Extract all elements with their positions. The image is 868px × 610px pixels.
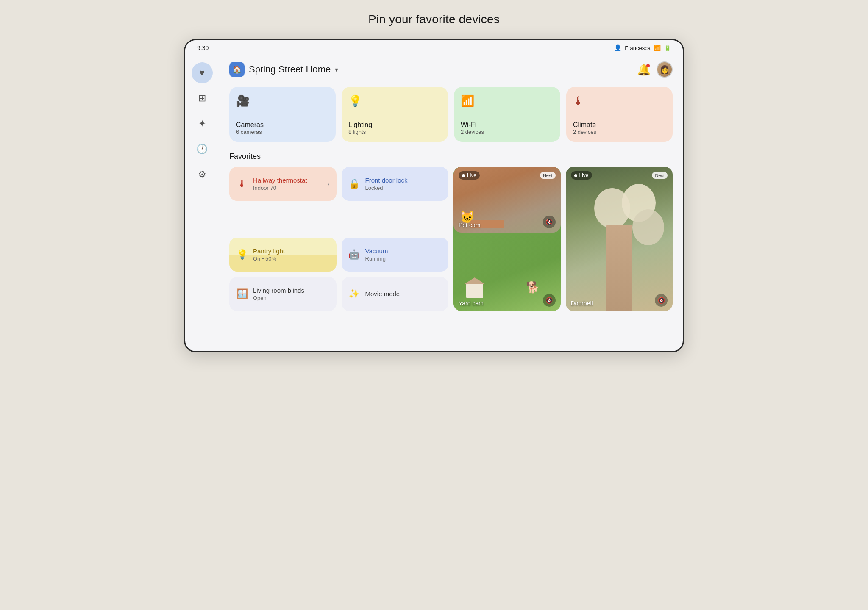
battery-icon: 🔋 [664,45,671,51]
thermostat-info: Hallway thermostat Indoor 70 [253,177,322,191]
gear-icon: ⚙ [198,169,206,180]
pet-cam-overlay: Live Nest Pet cam 🔇 [453,167,561,233]
favorite-front-door[interactable]: 🔒 Front door lock Locked [342,167,449,201]
camera-icon: 🎥 [236,94,329,108]
content-header: 🏠 Spring Street Home ▾ 🔔 👩 [229,61,673,78]
front-door-name: Front door lock [365,177,442,184]
vacuum-info: Vacuum Running [365,247,442,262]
category-card-cameras[interactable]: 🎥 Cameras 6 cameras [229,87,336,142]
home-name: Spring Street Home [249,64,331,75]
pet-cam-mute-button[interactable]: 🔇 [543,216,556,228]
vacuum-icon: 🤖 [348,249,360,260]
vacuum-sub: Running [365,255,442,262]
lock-icon: 🔒 [348,178,360,189]
home-selector[interactable]: 🏠 Spring Street Home ▾ [229,62,338,77]
sidebar-item-automations[interactable]: ✦ [192,113,213,134]
movie-mode-info: Movie mode [365,290,442,297]
status-icons: 👤 Francesca 📶 🔋 [614,44,671,51]
category-card-lighting[interactable]: 💡 Lighting 8 lights [342,87,448,142]
pet-cam-name: Pet cam [459,222,480,228]
favorites-grid: 🌡 Hallway thermostat Indoor 70 › 🔒 Front… [229,167,673,311]
pet-cam-live-badge: Live [459,171,480,180]
doorbell-mute-button[interactable]: 🔇 [655,294,668,307]
doorbell-nest-badge: Nest [652,172,668,179]
sparkle-icon: ✦ [198,118,206,129]
favorites-section-label: Favorites [229,152,673,161]
sidebar: ♥ ⊞ ✦ 🕐 ⚙ [185,54,219,319]
notification-dot [646,64,650,67]
arrow-right-icon: › [327,180,330,189]
notifications-button[interactable]: 🔔 [637,63,651,76]
blinds-sub: Open [253,295,330,301]
heart-icon: ♥ [199,67,205,78]
home-selector-icon: 🏠 [229,62,245,77]
cameras-label: Cameras [236,121,329,129]
favorite-doorbell-cam[interactable]: Live Nest Doorbell 🔇 [566,167,673,311]
lighting-label: Lighting [348,121,441,129]
vacuum-name: Vacuum [365,247,442,255]
header-actions: 🔔 👩 [637,61,673,78]
pantry-light-info: Pantry light On • 50% [253,247,330,262]
favorite-thermostat[interactable]: 🌡 Hallway thermostat Indoor 70 › [229,167,337,201]
thermometer-icon: 🌡 [236,178,248,189]
category-cards: 🎥 Cameras 6 cameras 💡 Lighting 8 lights … [229,87,673,142]
chevron-down-icon: ▾ [335,66,338,74]
pantry-light-sub: On • 50% [253,255,330,262]
doorbell-live-dot [574,174,577,177]
status-bar: 9:30 👤 Francesca 📶 🔋 [185,40,683,54]
favorite-pet-cam-real[interactable]: 🐱 Live Nest Pet cam 🔇 [453,167,561,233]
page-title: Pin your favorite devices [368,13,500,26]
tablet-frame: 9:30 👤 Francesca 📶 🔋 ♥ ⊞ ✦ 🕐 ⚙ [184,39,684,352]
blinds-info: Living room blinds Open [253,287,330,301]
doorbell-top: Live Nest [571,171,668,180]
wifi-status-icon: 📶 [654,45,661,51]
climate-label: Climate [573,121,666,129]
front-door-info: Front door lock Locked [365,177,442,191]
favorite-movie-mode[interactable]: ✨ Movie mode [342,277,449,311]
user-name: Francesca [625,45,651,51]
yard-cam-bottom: Yard cam 🔇 [459,294,556,307]
bulb-icon: 💡 [236,249,248,260]
history-icon: 🕐 [196,144,208,155]
cameras-count: 6 cameras [236,129,329,135]
status-time: 9:30 [197,44,209,51]
thermostat-name: Hallway thermostat [253,177,322,184]
blinds-icon: 🪟 [236,288,248,299]
avatar[interactable]: 👩 [657,61,673,78]
grid-icon: ⊞ [198,93,206,104]
blinds-name: Living room blinds [253,287,330,294]
doorbell-bottom: Doorbell 🔇 [571,294,668,307]
doorbell-live-label: Live [579,172,589,178]
movie-mode-name: Movie mode [365,290,442,297]
yard-cam-name: Yard cam [459,300,484,307]
lighting-count: 8 lights [348,129,441,135]
sidebar-item-history[interactable]: 🕐 [192,139,213,160]
doorbell-overlay: Live Nest Doorbell 🔇 [566,167,673,311]
favorite-vacuum[interactable]: 🤖 Vacuum Running [342,238,449,272]
sparkle-icon: ✨ [348,288,360,299]
category-card-wifi[interactable]: 📶 Wi-Fi 2 devices [454,87,560,142]
yard-cam-mute-button[interactable]: 🔇 [543,294,556,307]
category-card-climate[interactable]: 🌡 Climate 2 devices [566,87,673,142]
pantry-light-name: Pantry light [253,247,330,255]
user-avatar-small: 👤 [614,44,621,51]
sidebar-item-settings[interactable]: ⚙ [192,164,213,185]
wifi-label: Wi-Fi [461,121,554,129]
thermostat-sub: Indoor 70 [253,185,322,191]
favorite-blinds[interactable]: 🪟 Living room blinds Open [229,277,337,311]
climate-icon: 🌡 [573,94,666,108]
doorbell-cam-name: Doorbell [571,300,593,307]
doorbell-live-badge: Live [571,171,592,180]
lighting-icon: 💡 [348,94,441,108]
wifi-count: 2 devices [461,129,554,135]
wifi-icon: 📶 [461,94,554,108]
app-layout: ♥ ⊞ ✦ 🕐 ⚙ 🏠 Spring Street Home ▾ [185,54,683,319]
climate-count: 2 devices [573,129,666,135]
front-door-sub: Locked [365,185,442,191]
sidebar-item-home[interactable]: ♥ [192,62,213,83]
favorite-pantry-light[interactable]: 💡 Pantry light On • 50% [229,238,337,272]
sidebar-item-devices[interactable]: ⊞ [192,88,213,109]
main-content: 🏠 Spring Street Home ▾ 🔔 👩 🎥 [219,54,683,319]
